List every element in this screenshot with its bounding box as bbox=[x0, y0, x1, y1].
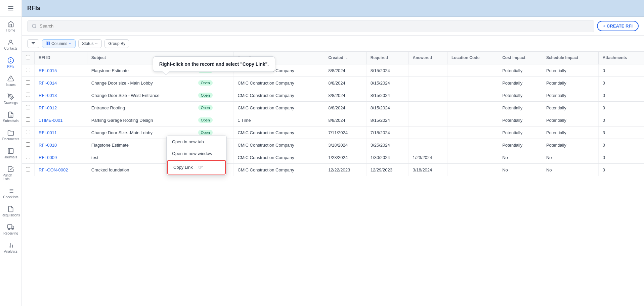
create-rfi-button[interactable]: + CREATE RFI bbox=[597, 21, 639, 31]
row-answered bbox=[409, 64, 447, 77]
row-from-partner: CMiC Construction Company bbox=[233, 102, 324, 114]
row-required: 7/18/2024 bbox=[366, 126, 409, 139]
row-checkbox-cell bbox=[22, 77, 35, 89]
search-box[interactable] bbox=[27, 20, 594, 32]
sidebar-item-drawings[interactable]: Drawings bbox=[1, 90, 20, 107]
sidebar-item-punch-lists[interactable]: Punch Lists bbox=[1, 162, 20, 183]
group-by-button[interactable]: Group By bbox=[104, 39, 129, 48]
row-attachments: 3 bbox=[598, 126, 644, 139]
row-answered: 1/23/2024 bbox=[409, 151, 447, 164]
table-row: RFI-0011 Change Door Size--Main Lobby Op… bbox=[22, 126, 644, 139]
filter-icon-button[interactable] bbox=[27, 39, 39, 48]
row-checkbox-5[interactable] bbox=[26, 130, 30, 134]
header-answered: Answered bbox=[409, 52, 447, 64]
sidebar-item-documents[interactable]: Documents bbox=[1, 126, 20, 143]
search-icon bbox=[32, 23, 37, 29]
sidebar-item-submittals[interactable]: Submittals bbox=[1, 108, 20, 125]
row-checkbox-6[interactable] bbox=[26, 142, 30, 147]
contacts-icon bbox=[7, 39, 14, 46]
sidebar-item-receiving[interactable]: Receiving bbox=[1, 220, 20, 237]
sidebar-item-requisitions[interactable]: Requisitions bbox=[1, 202, 20, 219]
columns-icon bbox=[46, 41, 50, 46]
sidebar-item-home[interactable]: Home bbox=[1, 17, 20, 34]
sidebar-item-home-label: Home bbox=[6, 29, 15, 32]
row-checkbox-0[interactable] bbox=[26, 68, 30, 72]
svg-rect-30 bbox=[46, 42, 48, 45]
row-checkbox-cell bbox=[22, 89, 35, 102]
receiving-icon bbox=[7, 224, 14, 231]
context-menu-item-copy-link[interactable]: Copy Link ☞ bbox=[167, 160, 226, 174]
svg-point-26 bbox=[32, 24, 36, 28]
row-attachments: 0 bbox=[598, 139, 644, 151]
row-status: Open bbox=[194, 89, 233, 102]
row-attachments: 0 bbox=[598, 164, 644, 176]
topbar: RFIs bbox=[22, 0, 644, 17]
status-label: Status bbox=[82, 41, 93, 46]
rfis-icon bbox=[7, 57, 14, 64]
row-created: 8/8/2024 bbox=[324, 89, 367, 102]
table-row: RFI-0013 Change Door Size - West Entranc… bbox=[22, 89, 644, 102]
table-row: RFI-0015 Flagstone Estimate Open CMiC Co… bbox=[22, 64, 644, 77]
row-answered bbox=[409, 114, 447, 126]
callout-text: Right-click on the record and select "Co… bbox=[159, 61, 269, 67]
row-checkbox-4[interactable] bbox=[26, 117, 30, 122]
row-checkbox-3[interactable] bbox=[26, 105, 30, 109]
row-attachments: 0 bbox=[598, 89, 644, 102]
table-row: RFI-0010 Flagstone Estimate Open CMiC Co… bbox=[22, 139, 644, 151]
row-from-partner: CMiC Construction Company bbox=[233, 77, 324, 89]
row-location-code bbox=[447, 102, 498, 114]
svg-point-22 bbox=[12, 228, 13, 230]
status-button[interactable]: Status bbox=[78, 39, 102, 48]
page-title: RFIs bbox=[27, 5, 40, 12]
row-from-partner: CMiC Construction Company bbox=[233, 126, 324, 139]
row-checkbox-7[interactable] bbox=[26, 155, 30, 159]
row-location-code bbox=[447, 151, 498, 164]
row-schedule-impact: Potentially bbox=[542, 114, 598, 126]
sidebar: Home Contacts RFIs Issues Drawings Submi… bbox=[0, 0, 22, 306]
rfi-table: RFI ID Subject From Partner Created ↓ Re… bbox=[22, 52, 644, 176]
row-subject: Change Door Size - West Entrance bbox=[87, 89, 194, 102]
row-attachments: 0 bbox=[598, 64, 644, 77]
row-checkbox-1[interactable] bbox=[26, 80, 30, 85]
row-required: 8/15/2024 bbox=[366, 102, 409, 114]
sidebar-item-issues-label: Issues bbox=[6, 83, 16, 87]
svg-rect-20 bbox=[8, 225, 12, 228]
row-attachments: 0 bbox=[598, 102, 644, 114]
row-status: Open bbox=[194, 102, 233, 114]
row-created: 3/18/2024 bbox=[324, 139, 367, 151]
row-location-code bbox=[447, 164, 498, 176]
sidebar-menu-toggle[interactable] bbox=[0, 0, 22, 17]
context-menu: Open in new tab Open in new window Copy … bbox=[166, 136, 227, 175]
sidebar-item-contacts[interactable]: Contacts bbox=[1, 36, 20, 52]
row-location-code bbox=[447, 139, 498, 151]
row-checkbox-8[interactable] bbox=[26, 167, 30, 171]
header-created: Created ↓ bbox=[324, 52, 367, 64]
row-checkbox-2[interactable] bbox=[26, 93, 30, 97]
status-chevron-icon bbox=[95, 42, 98, 45]
context-menu-item-open-new-tab[interactable]: Open in new tab bbox=[167, 136, 226, 148]
columns-button[interactable]: Columns bbox=[42, 39, 76, 48]
sidebar-item-checklists-label: Checklists bbox=[3, 195, 18, 199]
row-cost-impact: Potentially bbox=[498, 102, 542, 114]
issues-icon bbox=[7, 75, 14, 82]
row-subject: Parking Garage Roofing Design bbox=[87, 114, 194, 126]
header-location-code: Location Code bbox=[447, 52, 498, 64]
sidebar-item-issues[interactable]: Issues bbox=[1, 72, 20, 89]
sidebar-item-journals[interactable]: Journals bbox=[1, 144, 20, 161]
row-checkbox-cell bbox=[22, 151, 35, 164]
sidebar-item-journals-label: Journals bbox=[4, 155, 17, 159]
search-input[interactable] bbox=[40, 23, 590, 29]
row-attachments: 0 bbox=[598, 77, 644, 89]
row-location-code bbox=[447, 89, 498, 102]
menu-icon bbox=[7, 5, 14, 12]
row-schedule-impact: Potentially bbox=[542, 89, 598, 102]
copy-link-label: Copy Link bbox=[173, 165, 193, 170]
select-all-checkbox[interactable] bbox=[26, 55, 30, 59]
row-attachments: 0 bbox=[598, 151, 644, 164]
sidebar-item-analytics[interactable]: Analytics bbox=[1, 239, 20, 255]
copy-link-cursor-icon: ☞ bbox=[198, 164, 203, 170]
row-subject: Entrance Roofing bbox=[87, 102, 194, 114]
context-menu-item-open-new-window[interactable]: Open in new window bbox=[167, 148, 226, 159]
sidebar-item-checklists[interactable]: Checklists bbox=[1, 184, 20, 201]
sidebar-item-rfis[interactable]: RFIs bbox=[1, 54, 20, 70]
